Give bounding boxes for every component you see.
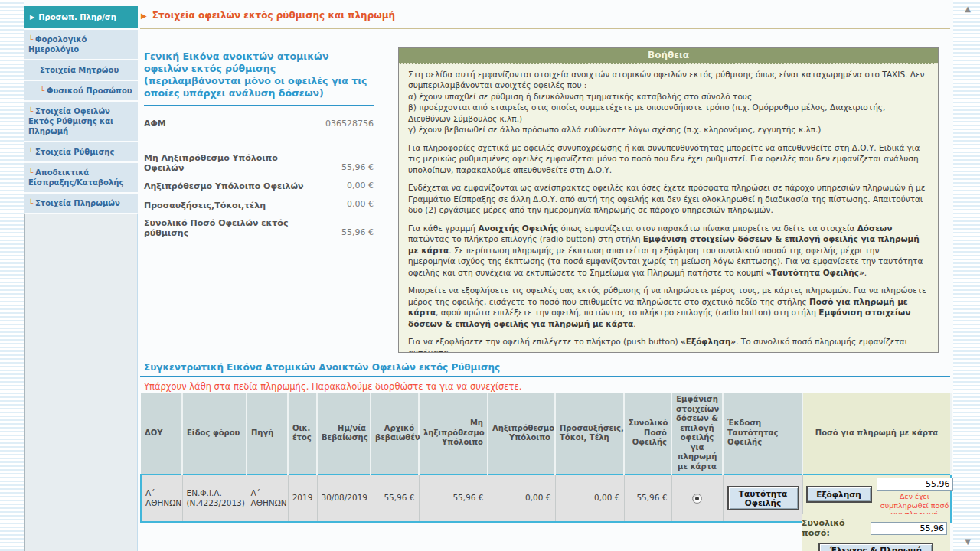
- debts-table-wrap: ΔΟΥ Είδος φόρου Πηγή Οικ. έτος Ημ/νία Βε…: [140, 393, 950, 523]
- cell-source: Α΄ ΑΘΗΝΩΝ: [247, 474, 288, 522]
- debts-table: ΔΟΥ Είδος φόρου Πηγή Οικ. έτος Ημ/νία Βε…: [140, 393, 952, 523]
- submenu-corner-icon: └: [40, 86, 44, 95]
- title-divider: [140, 28, 950, 29]
- summary-row-value: 0,00 €: [314, 199, 374, 210]
- debts-section-underline: [140, 376, 950, 377]
- summary-panel: Γενική Εικόνα ανοικτών ατομικών οφειλών …: [144, 51, 374, 246]
- col-header-source: Πηγή: [247, 393, 288, 474]
- submenu-corner-icon: └: [28, 148, 33, 156]
- cell-assessment-date: 30/08/2019: [317, 474, 371, 522]
- help-paragraph: Για πληροφορίες σχετικά με οφειλές συνυπ…: [408, 142, 929, 175]
- col-header-debt-identity: Έκδοση Ταυτότητας Οφειλής: [723, 393, 802, 474]
- cell-debt-identity: Ταυτότητα Οφειλής: [723, 474, 802, 522]
- sidebar-item-label: Φυσικού Προσώπου: [47, 86, 132, 95]
- title-arrow-icon: ▶: [141, 11, 147, 20]
- sidebar-item-tax-calendar[interactable]: └Φορολογικό Ημερολόγιο: [24, 28, 138, 59]
- cell-overdue-balance: 0,00 €: [488, 474, 555, 522]
- sidebar-item-debts-outside-arrangement[interactable]: └Στοιχεία Οφειλών Εκτός Ρύθμισης και Πλη…: [24, 100, 138, 141]
- help-paragraph: Μπορείτε να εξοφλήσετε τις οφειλές σας ε…: [408, 285, 929, 329]
- sidebar-item-label: Στοιχεία Οφειλών Εκτός Ρύθμισης και Πληρ…: [28, 107, 113, 135]
- payoff-button[interactable]: Εξόφληση: [806, 486, 872, 503]
- selected-arrow-icon: ▶: [30, 14, 34, 21]
- sidebar-item-arrangement-info[interactable]: └Στοιχεία Ρύθμισης: [24, 141, 138, 161]
- sidebar-item-label: Στοιχεία Ρύθμισης: [35, 148, 114, 156]
- summary-rows: Μη Ληξιπρόθεσμο Υπόλοιπο Οφειλών 55,96 €…: [144, 153, 374, 238]
- payment-fields-error: Υπάρχουν λάθη στα πεδία πληρωμής. Παρακα…: [144, 381, 521, 392]
- help-panel-title: Βοήθεια: [399, 48, 938, 64]
- col-header-surcharges: Προσαυξήσεις, Τόκοι, Τέλη: [555, 393, 624, 474]
- col-header-doy: ΔΟΥ: [141, 393, 182, 474]
- sidebar-item-payments-info[interactable]: └Στοιχεία Πληρωμών: [24, 192, 138, 213]
- help-paragraph: γ) έχουν βεβαιωθεί σε άλλο πρόσωπο αλλά …: [408, 124, 929, 135]
- help-paragraph: Για να εξοφλήσετε την οφειλή επιλέγετε τ…: [408, 336, 929, 353]
- col-header-fiscal-year: Οικ. έτος: [288, 393, 317, 474]
- help-panel-body: Στη σελίδα αυτή εμφανίζονται στοιχεία αν…: [399, 64, 938, 353]
- cell-fiscal-year: 2019: [288, 474, 317, 522]
- col-header-initial-assessed: Αρχικό βεβαιωθέν: [371, 393, 419, 474]
- help-paragraph: Στη σελίδα αυτή εμφανίζονται στοιχεία αν…: [408, 69, 929, 91]
- card-payment-amount-input[interactable]: [877, 478, 953, 491]
- sidebar-item-natural-person[interactable]: └Φυσικού Προσώπου: [24, 80, 138, 100]
- afm-row: ΑΦΜ 036528756: [144, 119, 374, 129]
- cell-doy: Α΄ ΑΘΗΝΩΝ: [141, 474, 182, 522]
- table-header-row: ΔΟΥ Είδος φόρου Πηγή Οικ. έτος Ημ/νία Βε…: [141, 393, 951, 474]
- debt-identity-button[interactable]: Ταυτότητα Οφειλής: [727, 486, 799, 510]
- submenu-corner-icon: └: [28, 168, 33, 177]
- col-header-overdue-balance: Ληξιπρόθεσμο Υπόλοιπο: [488, 393, 555, 474]
- summary-row-value: 55,96 €: [314, 227, 374, 238]
- help-panel: Βοήθεια Στη σελίδα αυτή εμφανίζονται στο…: [398, 47, 939, 353]
- sidebar-item-label: Προσωπ. Πληρ/ση: [38, 13, 116, 21]
- sidebar-item-personal-info[interactable]: ▶Προσωπ. Πληρ/ση: [24, 5, 138, 28]
- totals-panel: Συνολικό ποσό: Έλεγχος & Πληρωμή: [802, 514, 950, 551]
- sidebar-item-label: Στοιχεία Μητρώου: [40, 66, 119, 74]
- summary-row: Συνολικό Ποσό Οφειλών εκτός ρύθμισης 55,…: [144, 218, 374, 238]
- summary-row-label: Ληξιπρόθεσμο Υπόλοιπο Οφειλών: [144, 181, 303, 191]
- cell-not-overdue-balance: 55,96 €: [419, 474, 488, 522]
- page-title: ▶Στοιχεία οφειλών εκτός ρύθμισης και πλη…: [141, 10, 395, 21]
- col-header-total-debt: Συνολικό Ποσό Οφειλής: [624, 393, 671, 474]
- summary-heading-underline: [144, 105, 374, 106]
- sidebar-filler: [24, 213, 138, 551]
- total-amount-label: Συνολικό ποσό:: [802, 518, 867, 538]
- summary-row-label: Μη Ληξιπρόθεσμο Υπόλοιπο Οφειλών: [144, 153, 314, 173]
- page-title-text: Στοιχεία οφειλών εκτός ρύθμισης και πληρ…: [152, 10, 395, 21]
- submenu-corner-icon: └: [28, 107, 33, 116]
- afm-label: ΑΦΜ: [144, 119, 166, 129]
- sidebar-item-label: Αποδεικτικά Είσπραξης/Καταβολής: [28, 168, 123, 187]
- submenu-corner-icon: └: [28, 35, 33, 44]
- sidebar-item-registry-info[interactable]: Στοιχεία Μητρώου: [24, 59, 138, 80]
- check-and-pay-button[interactable]: Έλεγχος & Πληρωμή: [818, 543, 933, 551]
- cell-tax-type: ΕΝ.Φ.Ι.Α. (Ν.4223/2013): [182, 474, 247, 522]
- total-amount-input[interactable]: [871, 522, 947, 535]
- col-header-not-overdue-balance: Μη ληξιπρόθεσμο Υπόλοιπο: [419, 393, 488, 474]
- help-paragraph: Για κάθε γραμμή Ανοιχτής Οφειλής όπως εμ…: [408, 223, 929, 278]
- cell-total-debt: 55,96 €: [624, 474, 671, 522]
- col-header-tax-type: Είδος φόρου: [182, 393, 247, 474]
- select-debt-radio[interactable]: [692, 494, 702, 504]
- cell-initial-assessed: 55,96 €: [371, 474, 419, 522]
- col-header-show-installments: Εμφάνιση στοιχείων δόσεων & επιλογή οφει…: [671, 393, 723, 474]
- sidebar-item-label: Στοιχεία Πληρωμών: [35, 199, 120, 207]
- debts-section-heading: Συγκεντρωτική Εικόνα Ατομικών Ανοικτών Ο…: [144, 362, 500, 373]
- summary-row: Ληξιπρόθεσμο Υπόλοιπο Οφειλών 0,00 €: [144, 181, 374, 191]
- afm-value: 036528756: [325, 119, 374, 129]
- summary-row-value: 0,00 €: [314, 181, 374, 191]
- scroll-down-icon[interactable]: ▼: [965, 537, 971, 546]
- cell-surcharges: 0,00 €: [555, 474, 624, 522]
- summary-row: Προσαυξήσεις,Τόκοι,τέλη 0,00 €: [144, 199, 374, 210]
- sidebar-item-collection-receipts[interactable]: └Αποδεικτικά Είσπραξης/Καταβολής: [24, 161, 138, 192]
- summary-row-label: Συνολικό Ποσό Οφειλών εκτός ρύθμισης: [144, 218, 314, 238]
- sidebar-item-label: Φορολογικό Ημερολόγιο: [28, 35, 87, 54]
- help-paragraph: β) προέρχονται από εταιρείες στις οποίες…: [408, 102, 929, 124]
- summary-row-value: 55,96 €: [314, 162, 374, 173]
- help-paragraph: α) έχουν υπαχθεί σε ρύθμιση ή διευκόλυνσ…: [408, 91, 929, 102]
- sidebar: ▶Προσωπ. Πληρ/ση └Φορολογικό Ημερολόγιο …: [24, 5, 138, 551]
- col-header-card-payment-amount: Ποσό για πληρωμή με κάρτα: [802, 393, 951, 474]
- cell-select-debt: [671, 474, 723, 522]
- submenu-corner-icon: └: [28, 199, 33, 207]
- help-paragraph: Ενδέχεται να εμφανίζονται ως ανείσπρακτε…: [408, 182, 929, 215]
- scroll-up-icon[interactable]: ▲: [965, 5, 971, 13]
- radio-dot: [695, 497, 699, 500]
- summary-row-label: Προσαυξήσεις,Τόκοι,τέλη: [144, 201, 266, 210]
- summary-heading: Γενική Εικόνα ανοικτών ατομικών οφειλών …: [144, 51, 374, 99]
